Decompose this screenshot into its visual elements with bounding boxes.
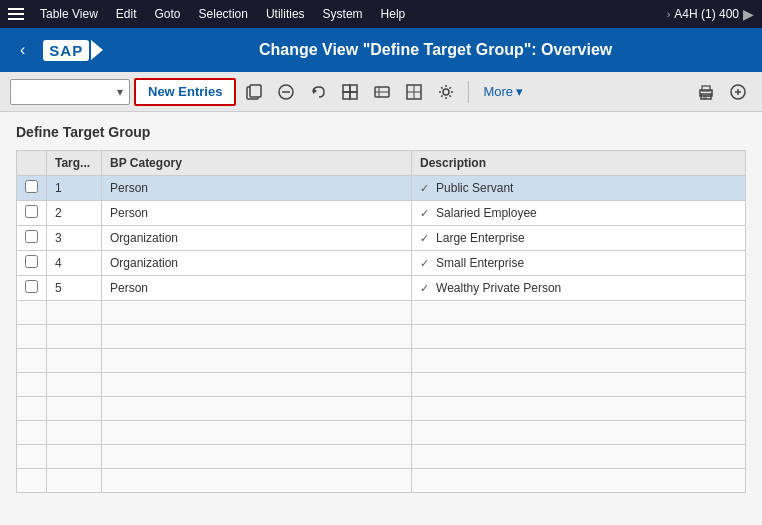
row-checkbox-cell[interactable] [17, 176, 47, 201]
menu-bar-right: › A4H (1) 400 ▶ [667, 6, 754, 22]
chevron-right-icon: › [667, 8, 671, 20]
menu-help[interactable]: Help [373, 4, 414, 24]
row-description: ✓ Small Enterprise [412, 251, 746, 276]
copy-icon-button[interactable] [240, 78, 268, 106]
empty-cell [47, 397, 102, 421]
menu-edit[interactable]: Edit [108, 4, 145, 24]
back-button[interactable]: ‹ [12, 37, 33, 63]
grid-icon-button[interactable] [400, 78, 428, 106]
header-bp-category: BP Category [102, 151, 412, 176]
svg-point-15 [443, 89, 449, 95]
table-row-empty [17, 301, 746, 325]
empty-cell [17, 325, 47, 349]
hamburger-menu-icon[interactable] [8, 8, 24, 20]
empty-cell [102, 325, 412, 349]
chevron-down-more-icon: ▾ [516, 84, 523, 99]
table-row[interactable]: 2Person✓ Salaried Employee [17, 201, 746, 226]
empty-cell [47, 325, 102, 349]
empty-cell [412, 325, 746, 349]
row-checkbox-cell[interactable] [17, 226, 47, 251]
empty-cell [17, 349, 47, 373]
row-checkbox[interactable] [25, 205, 38, 218]
empty-cell [47, 373, 102, 397]
row-checkbox[interactable] [25, 230, 38, 243]
row-bp-category: Organization [102, 226, 412, 251]
new-entries-button[interactable]: New Entries [134, 78, 236, 106]
svg-marker-4 [313, 88, 317, 94]
page-title: Change View "Define Target Group": Overv… [121, 41, 750, 59]
row-bp-category: Person [102, 276, 412, 301]
more-label: More [483, 84, 513, 99]
empty-cell [102, 301, 412, 325]
empty-cell [412, 349, 746, 373]
row-checkbox-cell[interactable] [17, 201, 47, 226]
settings-icon [437, 83, 455, 101]
menu-goto[interactable]: Goto [147, 4, 189, 24]
row-targ: 3 [47, 226, 102, 251]
toolbar: ▾ New Entries [0, 72, 762, 112]
settings-icon-button[interactable] [432, 78, 460, 106]
row-targ: 2 [47, 201, 102, 226]
row-checkbox[interactable] [25, 280, 38, 293]
table-row[interactable]: 5Person✓ Wealthy Private Person [17, 276, 746, 301]
table-row-empty [17, 469, 746, 493]
row-checkbox[interactable] [25, 255, 38, 268]
menu-bar: Table View Edit Goto Selection Utilities… [0, 0, 762, 28]
header-description: Description [412, 151, 746, 176]
empty-cell [102, 373, 412, 397]
empty-cell [102, 421, 412, 445]
menu-selection[interactable]: Selection [191, 4, 256, 24]
row-bp-category: Person [102, 201, 412, 226]
table-row[interactable]: 3Organization✓ Large Enterprise [17, 226, 746, 251]
nav-arrow-icon[interactable]: ▶ [743, 6, 754, 22]
header-targ: Targ... [47, 151, 102, 176]
empty-cell [412, 301, 746, 325]
print-icon [697, 83, 715, 101]
table-row[interactable]: 4Organization✓ Small Enterprise [17, 251, 746, 276]
menu-utilities[interactable]: Utilities [258, 4, 313, 24]
table-row[interactable]: 1Person✓ Public Servant [17, 176, 746, 201]
empty-cell [412, 373, 746, 397]
table-row-empty [17, 325, 746, 349]
empty-cell [412, 445, 746, 469]
define-target-group-table: Targ... BP Category Description 1Person✓… [16, 150, 746, 493]
more-button[interactable]: More ▾ [477, 81, 529, 102]
row-description: ✓ Large Enterprise [412, 226, 746, 251]
row-targ: 4 [47, 251, 102, 276]
extra-icon-button[interactable] [724, 78, 752, 106]
empty-cell [17, 421, 47, 445]
header-checkbox-cell [17, 151, 47, 176]
multiselect-icon-button[interactable] [336, 78, 364, 106]
menu-system[interactable]: System [315, 4, 371, 24]
svg-rect-6 [350, 85, 357, 92]
header-bar: ‹ SAP Change View "Define Target Group":… [0, 28, 762, 72]
empty-cell [47, 445, 102, 469]
table-row-empty [17, 421, 746, 445]
menu-table-view[interactable]: Table View [32, 4, 106, 24]
empty-cell [102, 445, 412, 469]
grid-icon [405, 83, 423, 101]
copy-icon [245, 83, 263, 101]
row-checkbox-cell[interactable] [17, 276, 47, 301]
toolbar-dropdown[interactable]: ▾ [10, 79, 130, 105]
row-description: ✓ Public Servant [412, 176, 746, 201]
table-row-empty [17, 349, 746, 373]
toolbar-separator [468, 81, 469, 103]
undo-icon-button[interactable] [304, 78, 332, 106]
row-description: ✓ Wealthy Private Person [412, 276, 746, 301]
content-area: Define Target Group Targ... BP Category … [0, 112, 762, 505]
empty-cell [17, 373, 47, 397]
row-bp-category: Person [102, 176, 412, 201]
transport-icon-button[interactable] [368, 78, 396, 106]
sap-logo: SAP [43, 40, 103, 61]
svg-rect-7 [343, 92, 350, 99]
empty-cell [17, 445, 47, 469]
row-checkbox-cell[interactable] [17, 251, 47, 276]
row-checkbox[interactable] [25, 180, 38, 193]
undo-icon [309, 83, 327, 101]
multiselect-icon [341, 83, 359, 101]
print-icon-button[interactable] [692, 78, 720, 106]
svg-rect-5 [343, 85, 350, 92]
delete-icon-button[interactable] [272, 78, 300, 106]
row-targ: 5 [47, 276, 102, 301]
